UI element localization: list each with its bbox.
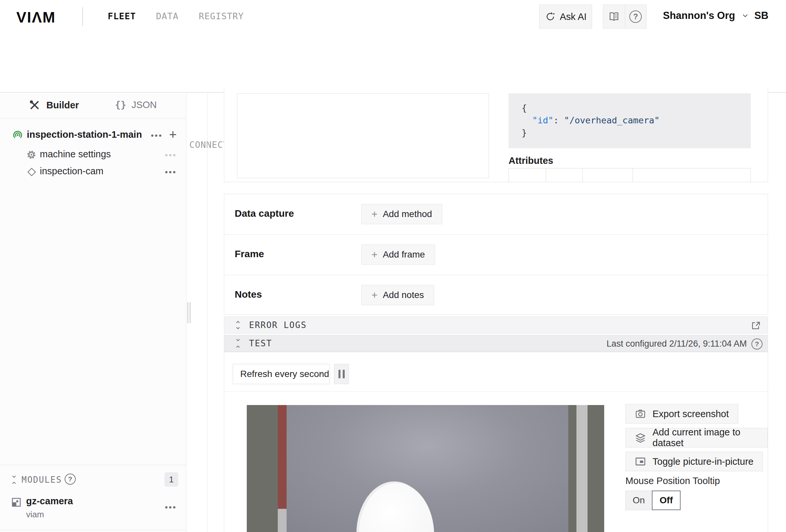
tree-item-inspection-cam[interactable]: inspection-cam ••• xyxy=(0,163,186,181)
module-menu-button[interactable]: ••• xyxy=(165,502,177,512)
modules-help-icon[interactable]: ? xyxy=(65,473,76,485)
add-frame-button[interactable]: + Add frame xyxy=(361,245,435,265)
camera-pillar-base xyxy=(278,509,286,532)
frame-heading: Frame xyxy=(235,248,264,259)
layers-icon xyxy=(635,432,646,443)
tooltip-on-button[interactable]: On xyxy=(625,490,652,510)
attributes-table-column xyxy=(583,168,633,182)
toggle-pip-button[interactable]: Toggle picture-in-picture xyxy=(625,452,763,471)
ai-sparkle-refresh-icon xyxy=(545,11,556,22)
chevron-down-icon xyxy=(741,11,749,20)
json-code-block: { "id": "/overhead_camera" } xyxy=(509,93,751,148)
frame-section: Frame + Add frame xyxy=(224,234,768,274)
add-component-button[interactable]: + xyxy=(169,127,177,142)
avatar[interactable]: SB xyxy=(754,10,768,22)
component-text-area[interactable] xyxy=(237,93,489,178)
plus-icon: + xyxy=(371,208,378,220)
camera-right-pillar xyxy=(576,405,587,532)
config-sidebar: Builder {} JSON inspection-station-1-mai… xyxy=(0,93,186,532)
collapse-icon xyxy=(233,338,242,349)
module-icon xyxy=(10,496,22,508)
pause-icon xyxy=(339,370,341,378)
machine-settings-label: machine settings xyxy=(40,149,111,160)
viam-logo[interactable]: VIΛM xyxy=(16,8,55,26)
open-logs-icon[interactable] xyxy=(751,321,761,331)
test-panel-card: Refresh every second xyxy=(224,352,768,532)
machine-settings-menu-button[interactable]: ••• xyxy=(165,150,177,160)
refresh-rate-select[interactable]: Refresh every second xyxy=(233,364,330,384)
pause-refresh-button[interactable] xyxy=(334,364,349,384)
code-value: "/overhead_camera" xyxy=(564,115,660,125)
docs-button[interactable] xyxy=(603,5,625,28)
org-switcher[interactable]: Shannon's Org xyxy=(663,10,749,22)
add-notes-button[interactable]: + Add notes xyxy=(361,285,434,305)
add-to-dataset-button[interactable]: Add current image to dataset xyxy=(625,428,768,447)
mouse-position-tooltip-label: Mouse Position Tooltip xyxy=(625,476,720,486)
braces-icon: {} xyxy=(115,99,126,110)
org-name: Shannon's Org xyxy=(663,10,735,22)
module-org: viam xyxy=(26,509,44,519)
gear-icon xyxy=(26,149,37,160)
machine-part-menu-button[interactable]: ••• xyxy=(151,131,163,141)
tab-connect[interactable]: CONNECT xyxy=(189,140,229,150)
error-logs-bar[interactable]: ERROR LOGS xyxy=(224,317,768,333)
camera-left-wall xyxy=(247,405,278,532)
attributes-table-column xyxy=(633,168,750,182)
module-item-gz-camera[interactable]: gz-camera viam ••• xyxy=(0,495,186,525)
inspection-cam-label: inspection-cam xyxy=(40,166,103,177)
tooltip-off-button[interactable]: Off xyxy=(652,490,680,510)
help-button-group: ? xyxy=(603,5,647,29)
tools-icon xyxy=(29,99,41,111)
chevron-down-icon xyxy=(315,370,324,378)
top-navbar: VIΛM FLEET DATA REGISTRY Ask AI xyxy=(0,0,786,33)
panel-divider xyxy=(207,93,208,532)
add-method-button[interactable]: + Add method xyxy=(361,204,442,224)
plus-icon: + xyxy=(371,249,378,261)
nav-divider xyxy=(82,7,83,26)
inspection-cam-menu-button[interactable]: ••• xyxy=(165,167,177,177)
modules-header[interactable]: MODULES ? 1 xyxy=(0,472,186,488)
test-title: TEST xyxy=(249,339,272,348)
builder-mode-toggle[interactable]: Builder xyxy=(29,99,79,111)
book-icon xyxy=(608,11,620,23)
camera-feed-image xyxy=(247,405,604,532)
attributes-table xyxy=(509,168,751,182)
builder-json-toggle-row: Builder {} JSON xyxy=(0,93,186,118)
machine-part-name: inspection-station-1-main xyxy=(27,129,142,140)
help-button[interactable]: ? xyxy=(625,5,647,28)
data-capture-heading: Data capture xyxy=(235,208,294,219)
data-capture-section: Data capture + Add method xyxy=(224,194,768,234)
sidebar-resize-handle[interactable] xyxy=(187,302,191,323)
notes-heading: Notes xyxy=(235,289,262,300)
module-name: gz-camera xyxy=(26,496,73,507)
camera-room-background xyxy=(286,405,568,532)
test-bar[interactable]: TEST Last configured 2/11/26, 9:11:04 AM… xyxy=(224,335,768,352)
tree-item-machine-settings[interactable]: machine settings ••• xyxy=(0,145,186,164)
viam-app: VIΛM FLEET DATA REGISTRY Ask AI xyxy=(0,0,786,532)
attributes-table-column xyxy=(509,168,546,182)
test-panel-divider xyxy=(224,391,768,392)
test-help-icon[interactable]: ? xyxy=(752,339,763,350)
modules-title: MODULES xyxy=(22,475,62,485)
json-mode-toggle[interactable]: {} JSON xyxy=(115,99,157,110)
picture-in-picture-icon xyxy=(635,457,646,466)
ask-ai-button[interactable]: Ask AI xyxy=(539,5,592,29)
machine-part-broadcast-icon xyxy=(12,129,23,141)
component-config-card: { "id": "/overhead_camera" } Attributes xyxy=(224,88,768,182)
last-configured-text: Last configured 2/11/26, 9:11:04 AM xyxy=(606,339,747,349)
code-open-brace: { xyxy=(522,103,527,113)
export-screenshot-button[interactable]: Export screenshot xyxy=(625,404,738,424)
code-indent xyxy=(522,115,532,125)
camera-sphere-object xyxy=(359,483,434,532)
tree-item-machine-part[interactable]: inspection-station-1-main ••• + xyxy=(0,126,186,144)
json-label: JSON xyxy=(132,99,157,110)
help-icon: ? xyxy=(629,10,642,23)
tooltip-toggle-group: On Off xyxy=(625,490,680,510)
expand-icon xyxy=(233,320,242,330)
modules-count-badge: 1 xyxy=(164,472,178,487)
code-colon: : xyxy=(554,115,564,125)
attributes-heading: Attributes xyxy=(509,155,553,166)
nav-link-data[interactable]: DATA xyxy=(156,11,179,21)
nav-link-registry[interactable]: REGISTRY xyxy=(199,11,244,21)
nav-link-fleet[interactable]: FLEET xyxy=(108,11,136,21)
